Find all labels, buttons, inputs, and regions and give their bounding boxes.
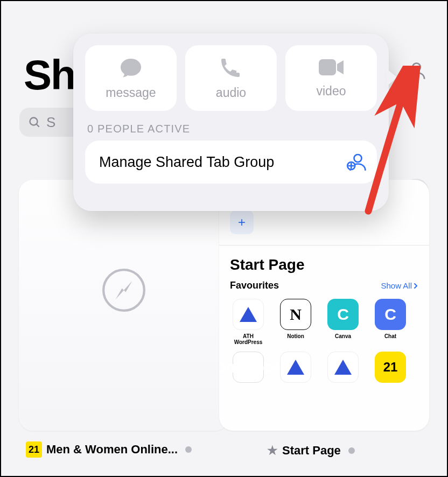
sp-sub-fav: Favourites (230, 280, 279, 291)
action-label: video (317, 84, 346, 99)
search-placeholder: S (46, 114, 55, 131)
tab-label-right[interactable]: ★ Start Page (267, 444, 355, 458)
favourite-item[interactable] (325, 352, 361, 383)
favourite-label: Chat (384, 333, 396, 339)
favourites-row-1: ATH WordPressNNotionCCanvaCChat (230, 299, 418, 345)
svg-line-1 (37, 124, 39, 127)
presence-dot (348, 447, 355, 454)
favourite-item[interactable]: ATH WordPress (230, 299, 267, 345)
action-audio[interactable]: audio (185, 45, 277, 111)
message-icon (119, 57, 143, 80)
favourite-item[interactable]: CChat (372, 299, 409, 345)
favourite-item[interactable] (277, 352, 314, 383)
tab-title: Start Page (282, 444, 341, 458)
favourite-label: Canva (335, 333, 351, 339)
presence-dot (185, 446, 192, 453)
action-row: messageaudiovideo (85, 45, 377, 111)
add-favourite-button[interactable]: + (230, 211, 254, 234)
show-all-link[interactable]: Show All (381, 281, 418, 290)
video-icon (318, 58, 345, 79)
divider (219, 245, 429, 245)
manage-label: Manage Shared Tab Group (99, 154, 274, 171)
favourites-row-2: OneLook21 (230, 352, 418, 383)
favourite-item[interactable]: NNotion (277, 299, 314, 345)
star-icon: ★ (267, 444, 278, 458)
svg-point-8 (354, 155, 362, 162)
chevron-right-icon (413, 283, 418, 289)
search-icon (28, 116, 41, 129)
action-label: audio (216, 86, 246, 100)
favourite-item[interactable]: OneLook (230, 352, 267, 383)
action-video[interactable]: video (285, 45, 377, 111)
add-person-icon (345, 151, 367, 173)
action-label: message (106, 86, 156, 100)
page-title: Sh (24, 51, 75, 100)
show-all-label: Show All (381, 281, 412, 290)
tab-card-compass[interactable] (19, 180, 229, 431)
tab-title: Men & Women Online... (46, 443, 178, 457)
sp-heading-start: Start Page (230, 256, 418, 273)
favourite-label: Notion (287, 333, 304, 339)
svg-rect-7 (319, 59, 336, 75)
share-popover: messageaudiovideo 0 PEOPLE ACTIVE Manage… (73, 33, 389, 211)
compass-icon (101, 267, 147, 313)
tab-card-start-page[interactable]: Shopping Favourites + Start Page Favouri… (219, 180, 429, 431)
favourite-label: ATH WordPress (230, 333, 267, 345)
tab-label-left[interactable]: 21 Men & Women Online... (26, 441, 192, 458)
favourite-item[interactable]: CCanva (325, 299, 361, 345)
action-message[interactable]: message (85, 45, 177, 111)
audio-icon (220, 57, 242, 80)
shared-group-icon[interactable] (402, 59, 425, 83)
people-active-status: 0 PEOPLE ACTIVE (87, 123, 375, 135)
favourite-item[interactable]: 21 (372, 352, 409, 383)
favicon-21: 21 (26, 441, 42, 458)
svg-point-2 (412, 63, 421, 71)
manage-shared-tab-group-button[interactable]: Manage Shared Tab Group (85, 141, 377, 184)
